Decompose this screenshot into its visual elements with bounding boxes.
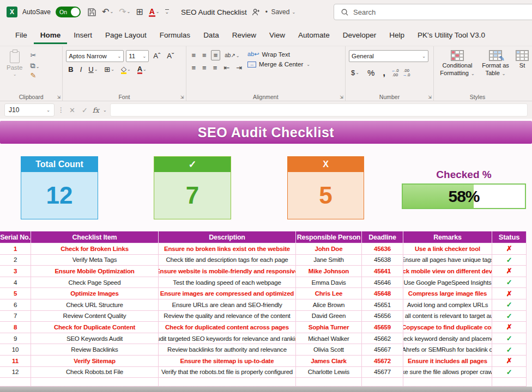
decrease-decimal-icon[interactable]: .00→.0 xyxy=(403,69,410,78)
cell-description[interactable]: Review the quality and relevance of the … xyxy=(159,311,296,322)
cell-remarks[interactable]: Make sure the file allows proper crawlin… xyxy=(403,367,492,378)
cell-deadline[interactable]: 45648 xyxy=(362,288,403,299)
copy-icon[interactable]: ⧉⌄ xyxy=(29,62,40,70)
tab-help[interactable]: Help xyxy=(383,26,411,44)
paste-button[interactable]: Paste ⌄ xyxy=(3,50,26,92)
align-right-icon[interactable]: ≡ xyxy=(211,63,220,72)
cell-item[interactable]: Review Backlinks xyxy=(31,344,159,356)
cell-remarks[interactable]: Use Copyscape to find duplicate content xyxy=(403,322,492,333)
merge-center-button[interactable]: ↔Merge & Center⌄ xyxy=(247,61,310,68)
undo-icon[interactable]: ↶⌄ xyxy=(100,7,115,17)
cell-description[interactable]: Review backlinks for authority and relev… xyxy=(159,344,296,356)
document-title[interactable]: SEO Audit Checklist xyxy=(181,8,247,16)
cell-deadline[interactable]: 45638 xyxy=(362,255,403,266)
tab-insert[interactable]: Insert xyxy=(67,26,99,44)
cell-deadline[interactable]: 45667 xyxy=(362,344,403,356)
cell-description[interactable]: Test the loading speed of each webpage xyxy=(159,277,296,289)
redo-icon[interactable]: ↷⌄ xyxy=(117,7,132,17)
percent-style-icon[interactable]: % xyxy=(365,67,377,79)
tab-automate[interactable]: Automate xyxy=(292,26,336,44)
cell-item[interactable]: Verify Sitemap xyxy=(31,356,159,367)
share-people-icon[interactable] xyxy=(252,8,261,16)
cell-description[interactable]: Verify that the robots.txt file is prope… xyxy=(159,367,296,378)
cell-deadline[interactable]: 45636 xyxy=(362,243,403,255)
insert-function-icon[interactable]: fx xyxy=(93,106,99,114)
empty-row[interactable] xyxy=(0,378,527,387)
cell-borders-icon[interactable]: ⊞⌄ xyxy=(102,65,117,75)
table-row[interactable]: 9SEO Keywords AuditAudit targeted SEO ke… xyxy=(0,333,527,345)
status-x-icon[interactable]: ✗ xyxy=(492,243,527,255)
table-row[interactable]: 1Check for Broken LinksEnsure no broken … xyxy=(0,243,527,255)
cell-deadline[interactable]: 45662 xyxy=(362,333,403,345)
cell-item[interactable]: Check Robots.txt File xyxy=(31,367,159,378)
align-left-icon[interactable]: ≡ xyxy=(190,63,198,72)
status-x-icon[interactable]: ✗ xyxy=(492,288,527,299)
cell-item[interactable]: Ensure Mobile Optimization xyxy=(31,266,159,277)
conditional-formatting-button[interactable]: Conditional Formatting ⌄ xyxy=(439,50,475,92)
header-item[interactable]: Checklist Item xyxy=(31,231,159,243)
wrap-text-button[interactable]: ab↩Wrap Text xyxy=(247,51,310,58)
table-row[interactable]: 6Check URL StructureEnsure URLs are clea… xyxy=(0,299,527,311)
enter-icon[interactable]: ✓ xyxy=(80,106,89,114)
comma-style-icon[interactable]: , xyxy=(380,66,388,79)
cell-person[interactable]: Michael Walker xyxy=(296,333,362,345)
cell-serial[interactable]: 1 xyxy=(0,243,31,255)
cell-person[interactable]: David Green xyxy=(296,311,362,322)
font-color-icon[interactable]: A⌄ xyxy=(147,7,161,18)
cell-description[interactable]: Ensure no broken links exist on the webs… xyxy=(159,243,296,255)
cell-deadline[interactable]: 45659 xyxy=(362,322,403,333)
tab-view[interactable]: View xyxy=(263,26,292,44)
status-check-icon[interactable]: ✓ xyxy=(492,277,527,289)
cell-person[interactable]: Charlotte Lewis xyxy=(296,367,362,378)
status-x-icon[interactable]: ✗ xyxy=(492,266,527,277)
accounting-format-icon[interactable]: $⌄ xyxy=(349,68,361,78)
cell-description[interactable]: Ensure the sitemap is up-to-date xyxy=(159,356,296,367)
fill-color-icon[interactable]: ◇⌄ xyxy=(119,65,133,75)
table-row[interactable]: 2Verify Meta TagsCheck title and descrip… xyxy=(0,255,527,266)
underline-button[interactable]: U⌄ xyxy=(86,65,100,75)
table-row[interactable]: 7Review Content QualityReview the qualit… xyxy=(0,311,527,322)
customize-toolbar-icon[interactable]: ⌄ xyxy=(164,8,171,16)
table-row[interactable]: 8Check for Duplicate ContentCheck for du… xyxy=(0,322,527,333)
align-middle-icon[interactable]: ≡ xyxy=(200,51,209,60)
cell-person[interactable]: Jane Smith xyxy=(296,255,362,266)
cell-remarks[interactable]: Compress large image files xyxy=(403,288,492,299)
status-check-icon[interactable]: ✓ xyxy=(492,333,527,345)
grow-font-icon[interactable]: Aˆ xyxy=(151,51,162,62)
status-x-icon[interactable]: ✗ xyxy=(492,322,527,333)
header-person[interactable]: Responsible Person xyxy=(296,231,362,243)
cell-styles-button-clipped[interactable]: St xyxy=(516,50,529,92)
font-dialog-launcher[interactable]: ⇲ xyxy=(180,95,184,100)
table-row[interactable]: 5Optimize ImagesEnsure images are compre… xyxy=(0,288,527,299)
cell-item[interactable]: Check URL Structure xyxy=(31,299,159,311)
cell-deadline[interactable]: 45651 xyxy=(362,299,403,311)
cell-person[interactable]: Emma Davis xyxy=(296,277,362,289)
cell-remarks[interactable]: Ensure it includes all pages xyxy=(403,356,492,367)
header-deadline[interactable]: Deadline xyxy=(362,231,403,243)
cell-item[interactable]: SEO Keywords Audit xyxy=(31,333,159,345)
tab-pk-utility[interactable]: PK's Utility Tool V3.0 xyxy=(411,26,492,44)
cell-person[interactable]: Alice Brown xyxy=(296,299,362,311)
excel-logo-icon[interactable]: X xyxy=(7,7,17,17)
cell-serial[interactable]: 9 xyxy=(0,333,31,345)
increase-decimal-icon[interactable]: ←.0.00 xyxy=(391,69,399,78)
cell-description[interactable]: Audit targeted SEO keywords for relevanc… xyxy=(159,333,296,345)
cell-item[interactable]: Verify Meta Tags xyxy=(31,255,159,266)
cell-serial[interactable]: 8 xyxy=(0,322,31,333)
cell-description[interactable]: Check for duplicated content across page… xyxy=(159,322,296,333)
cell-person[interactable]: Olivia Scott xyxy=(296,344,362,356)
bold-button[interactable]: B xyxy=(66,65,75,75)
cancel-icon[interactable]: ✕ xyxy=(68,106,77,114)
align-top-icon[interactable]: ≡ xyxy=(190,51,198,60)
tab-formulas[interactable]: Formulas xyxy=(153,26,197,44)
font-name-select[interactable]: Aptos Narrow⌄ xyxy=(66,50,124,62)
tab-review[interactable]: Review xyxy=(226,26,263,44)
cell-serial[interactable]: 12 xyxy=(0,367,31,378)
align-center-icon[interactable]: ≡ xyxy=(200,63,209,72)
status-check-icon[interactable]: ✓ xyxy=(492,367,527,378)
format-as-table-button[interactable]: Format as Table ⌄ xyxy=(477,50,513,92)
cell-deadline[interactable]: 45646 xyxy=(362,277,403,289)
fx-chevron-icon[interactable]: ⌄ xyxy=(103,108,107,113)
cell-person[interactable]: Chris Lee xyxy=(296,288,362,299)
header-status[interactable]: Status xyxy=(492,231,527,243)
